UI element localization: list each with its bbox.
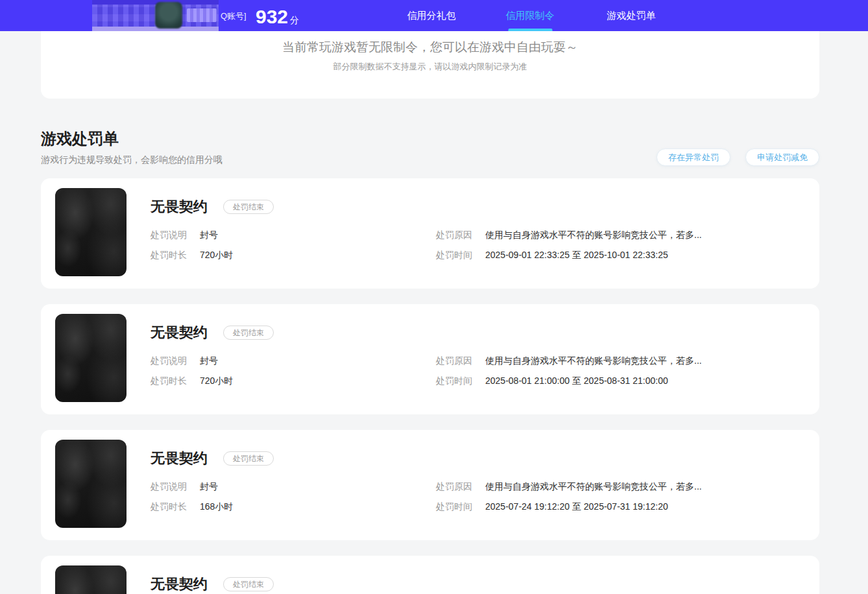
field-punishment-reason: 处罚原因 使用与自身游戏水平不符的账号影响竞技公平，若多... bbox=[436, 355, 819, 366]
punishment-card: 无畏契约 处罚结束 处罚说明 封号 处罚原因 使用与自身游戏水平不符的账号影响竞… bbox=[41, 178, 819, 289]
field-punishment-desc: 处罚说明 封号 bbox=[151, 230, 436, 241]
account-nickname-censored bbox=[187, 8, 217, 22]
field-value: 封号 bbox=[200, 355, 218, 366]
field-value: 2025-09-01 22:33:25 至 2025-10-01 22:33:2… bbox=[485, 250, 668, 261]
tab-credit-gift[interactable]: 信用分礼包 bbox=[407, 0, 456, 31]
punishment-card: 无畏契约 处罚结束 处罚说明 封号 处罚原因 使用与自身游戏水平不符的账号影响竞… bbox=[41, 430, 819, 540]
field-label: 处罚说明 bbox=[151, 355, 187, 366]
field-label: 处罚时长 bbox=[151, 250, 187, 261]
game-thumbnail bbox=[55, 440, 127, 528]
field-label: 处罚说明 bbox=[151, 481, 187, 492]
field-label: 处罚时间 bbox=[436, 501, 472, 512]
credit-score-value: 932 bbox=[256, 6, 288, 28]
account-info-censored bbox=[92, 0, 219, 31]
status-badge: 处罚结束 bbox=[223, 577, 274, 591]
field-value: 使用与自身游戏水平不符的账号影响竞技公平，若多... bbox=[485, 230, 702, 241]
abnormal-punishment-button[interactable]: 存在异常处罚 bbox=[657, 148, 730, 166]
punishment-card-content: 无畏契约 处罚结束 处罚说明 封号 处罚原因 使用与自身游戏水平不符的账号影响竞… bbox=[151, 430, 819, 540]
field-value: 封号 bbox=[200, 230, 218, 241]
field-value: 2025-07-24 19:12:20 至 2025-07-31 19:12:2… bbox=[485, 501, 668, 512]
field-value: 2025-08-01 21:00:00 至 2025-08-31 21:00:0… bbox=[485, 375, 668, 386]
field-label: 处罚时间 bbox=[436, 375, 472, 386]
field-punishment-duration: 处罚时长 168小时 bbox=[151, 501, 436, 512]
field-punishment-time: 处罚时间 2025-08-01 21:00:00 至 2025-08-31 21… bbox=[436, 375, 819, 386]
notice-subtitle: 部分限制数据不支持显示，请以游戏内限制记录为准 bbox=[333, 61, 527, 73]
top-nav-bar: Q账号] 932 分 信用分礼包 信用限制令 游戏处罚单 bbox=[0, 0, 868, 31]
punishment-fields: 处罚说明 封号 处罚原因 使用与自身游戏水平不符的账号影响竞技公平，若多... … bbox=[151, 481, 819, 512]
punishment-card-content: 无畏契约 处罚结束 处罚说明 封号 处罚原因 使用与自身游戏水平不符的账号影响竞… bbox=[151, 178, 819, 289]
field-label: 处罚时长 bbox=[151, 375, 187, 386]
punishment-fields: 处罚说明 封号 处罚原因 使用与自身游戏水平不符的账号影响竞技公平，若多... … bbox=[151, 355, 819, 386]
field-punishment-time: 处罚时间 2025-09-01 22:33:25 至 2025-10-01 22… bbox=[436, 250, 819, 261]
punishment-card-content: 无畏契约 处罚结束 处罚说明 封号 处罚原因 使用与自身游戏水平不符的账号影响竞… bbox=[151, 304, 819, 414]
credit-score: 932 分 bbox=[256, 0, 299, 31]
credit-score-unit: 分 bbox=[290, 15, 299, 27]
field-punishment-duration: 处罚时长 720小时 bbox=[151, 375, 436, 386]
punishment-card-title-row: 无畏契约 处罚结束 bbox=[151, 323, 819, 342]
restriction-notice-card: 当前常玩游戏暂无限制令，您可以在游戏中自由玩耍～ 部分限制数据不支持显示，请以游… bbox=[41, 31, 819, 99]
field-value: 使用与自身游戏水平不符的账号影响竞技公平，若多... bbox=[485, 481, 702, 492]
game-title: 无畏契约 bbox=[151, 575, 208, 594]
notice-title: 当前常玩游戏暂无限制令，您可以在游戏中自由玩耍～ bbox=[282, 38, 578, 56]
punishment-section-header: 游戏处罚单 游戏行为违规导致处罚，会影响您的信用分哦 存在异常处罚 申请处罚减免 bbox=[41, 128, 819, 167]
game-thumbnail bbox=[55, 565, 127, 594]
tab-game-punishment[interactable]: 游戏处罚单 bbox=[607, 0, 656, 31]
field-value: 使用与自身游戏水平不符的账号影响竞技公平，若多... bbox=[485, 355, 702, 366]
status-badge: 处罚结束 bbox=[223, 451, 274, 466]
status-badge: 处罚结束 bbox=[223, 326, 274, 340]
game-thumbnail bbox=[55, 314, 127, 402]
game-thumbnail bbox=[55, 188, 127, 276]
field-label: 处罚原因 bbox=[436, 481, 472, 492]
punishment-card-content: 无畏契约 处罚结束 处罚说明 处罚原因 处罚时长 处罚时间 bbox=[151, 556, 819, 594]
game-title: 无畏契约 bbox=[151, 323, 208, 342]
section-title: 游戏处罚单 bbox=[41, 128, 819, 149]
field-punishment-reason: 处罚原因 使用与自身游戏水平不符的账号影响竞技公平，若多... bbox=[436, 230, 819, 241]
punishment-list: 无畏契约 处罚结束 处罚说明 封号 处罚原因 使用与自身游戏水平不符的账号影响竞… bbox=[41, 178, 819, 594]
punishment-card: 无畏契约 处罚结束 处罚说明 处罚原因 处罚时长 处罚时间 bbox=[41, 556, 819, 594]
account-type-suffix: Q账号] bbox=[221, 0, 247, 31]
tab-credit-restriction[interactable]: 信用限制令 bbox=[506, 0, 555, 31]
field-value: 720小时 bbox=[200, 250, 233, 261]
field-label: 处罚时间 bbox=[436, 250, 472, 261]
game-title: 无畏契约 bbox=[151, 449, 208, 468]
field-label: 处罚说明 bbox=[151, 230, 187, 241]
status-badge: 处罚结束 bbox=[223, 200, 274, 214]
field-label: 处罚原因 bbox=[436, 230, 472, 241]
field-label: 处罚原因 bbox=[436, 355, 472, 366]
censor-bottom-strip bbox=[92, 27, 219, 31]
field-label: 处罚时长 bbox=[151, 501, 187, 512]
field-value: 168小时 bbox=[200, 501, 233, 512]
punishment-reduction-button[interactable]: 申请处罚减免 bbox=[745, 148, 819, 166]
section-buttons: 存在异常处罚 申请处罚减免 bbox=[642, 148, 819, 166]
punishment-card: 无畏契约 处罚结束 处罚说明 封号 处罚原因 使用与自身游戏水平不符的账号影响竞… bbox=[41, 304, 819, 414]
game-title: 无畏契约 bbox=[151, 197, 208, 217]
field-punishment-duration: 处罚时长 720小时 bbox=[151, 250, 436, 261]
field-punishment-desc: 处罚说明 封号 bbox=[151, 481, 436, 492]
punishment-card-title-row: 无畏契约 处罚结束 bbox=[151, 575, 819, 594]
punishment-card-title-row: 无畏契约 处罚结束 bbox=[151, 197, 819, 217]
punishment-card-title-row: 无畏契约 处罚结束 bbox=[151, 449, 819, 468]
field-punishment-desc: 处罚说明 封号 bbox=[151, 355, 436, 366]
field-value: 720小时 bbox=[200, 375, 233, 386]
field-punishment-reason: 处罚原因 使用与自身游戏水平不符的账号影响竞技公平，若多... bbox=[436, 481, 819, 492]
punishment-fields: 处罚说明 封号 处罚原因 使用与自身游戏水平不符的账号影响竞技公平，若多... … bbox=[151, 230, 819, 261]
field-value: 封号 bbox=[200, 481, 218, 492]
field-punishment-time: 处罚时间 2025-07-24 19:12:20 至 2025-07-31 19… bbox=[436, 501, 819, 512]
avatar bbox=[155, 2, 182, 29]
